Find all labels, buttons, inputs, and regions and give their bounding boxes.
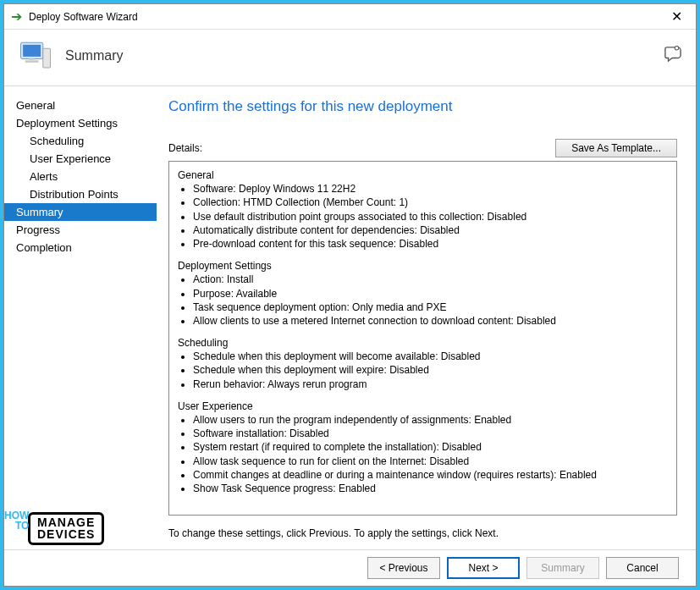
- list-item: Rerun behavior: Always rerun program: [193, 378, 658, 391]
- summary-button: Summary: [526, 557, 599, 579]
- main-panel: Confirm the settings for this new deploy…: [157, 86, 696, 549]
- section-list: Action: InstallPurpose: AvailableTask se…: [193, 273, 658, 328]
- wizard-arrow-icon: ➔: [11, 8, 22, 25]
- sidebar-item-distribution-points[interactable]: Distribution Points: [4, 185, 157, 203]
- footer: < Previous Next > Summary Cancel: [4, 549, 696, 586]
- page-title: Summary: [65, 48, 123, 63]
- svg-rect-1: [23, 45, 41, 57]
- section-list: Software: Deploy Windows 11 22H2Collecti…: [193, 182, 658, 251]
- section-list: Allow users to run the program independe…: [193, 413, 658, 495]
- sidebar-item-alerts[interactable]: Alerts: [4, 168, 157, 185]
- section-title: General: [178, 168, 658, 182]
- list-item: Allow task sequence to run for client on…: [193, 455, 658, 468]
- list-item: Software: Deploy Windows 11 22H2: [193, 182, 658, 196]
- sidebar-item-progress[interactable]: Progress: [4, 221, 157, 239]
- sidebar-item-general[interactable]: General: [4, 96, 157, 114]
- header: Summary: [4, 30, 696, 86]
- section-title: Scheduling: [178, 336, 658, 350]
- list-item: Collection: HTMD Collection (Member Coun…: [193, 196, 658, 209]
- sidebar-item-deployment-settings[interactable]: Deployment Settings: [4, 114, 157, 132]
- list-item: Schedule when this deployment will expir…: [193, 363, 658, 377]
- computer-icon: [18, 38, 53, 74]
- section-list: Schedule when this deployment will becom…: [193, 350, 658, 391]
- titlebar: ➔ Deploy Software Wizard ✕: [4, 4, 696, 30]
- window-title: Deploy Software Wizard: [29, 11, 664, 23]
- list-item: Automatically distribute content for dep…: [193, 223, 658, 237]
- list-item: Task sequence deployment option: Only me…: [193, 301, 658, 314]
- list-item: Purpose: Available: [193, 287, 658, 301]
- list-item: Action: Install: [193, 273, 658, 286]
- cancel-button[interactable]: Cancel: [606, 557, 679, 579]
- details-label: Details:: [168, 142, 555, 154]
- list-item: Use default distribution point groups as…: [193, 210, 658, 223]
- svg-rect-4: [29, 59, 35, 62]
- sidebar-item-scheduling[interactable]: Scheduling: [4, 132, 157, 150]
- list-item: Pre-download content for this task seque…: [193, 237, 658, 251]
- list-item: Show Task Sequence progress: Enabled: [193, 482, 658, 495]
- body: GeneralDeployment SettingsSchedulingUser…: [4, 86, 696, 549]
- close-icon[interactable]: ✕: [664, 8, 689, 25]
- hint-text: To change these settings, click Previous…: [168, 527, 677, 539]
- sidebar-item-user-experience[interactable]: User Experience: [4, 150, 157, 168]
- sidebar-item-summary[interactable]: Summary: [4, 203, 157, 221]
- sidebar-item-completion[interactable]: Completion: [4, 239, 157, 256]
- list-item: Schedule when this deployment will becom…: [193, 350, 658, 363]
- list-item: Allow users to run the program independe…: [193, 413, 658, 427]
- svg-point-5: [675, 46, 679, 50]
- main-heading: Confirm the settings for this new deploy…: [168, 98, 677, 115]
- section-title: Deployment Settings: [178, 259, 658, 273]
- next-button[interactable]: Next >: [447, 557, 520, 579]
- list-item: Allow clients to use a metered Internet …: [193, 314, 658, 328]
- previous-button[interactable]: < Previous: [367, 557, 440, 579]
- list-item: System restart (if required to complete …: [193, 440, 658, 454]
- svg-rect-2: [43, 48, 51, 68]
- list-item: Software installation: Disabled: [193, 427, 658, 440]
- save-as-template-button[interactable]: Save As Template...: [555, 139, 677, 157]
- section-title: User Experience: [178, 400, 658, 413]
- sidebar: GeneralDeployment SettingsSchedulingUser…: [4, 86, 157, 549]
- wizard-window: ➔ Deploy Software Wizard ✕ Summary Gener…: [3, 3, 697, 587]
- details-box[interactable]: GeneralSoftware: Deploy Windows 11 22H2C…: [168, 161, 677, 516]
- list-item: Commit changes at deadline or during a m…: [193, 468, 658, 482]
- help-icon[interactable]: [664, 46, 682, 67]
- details-row: Details: Save As Template...: [168, 139, 677, 157]
